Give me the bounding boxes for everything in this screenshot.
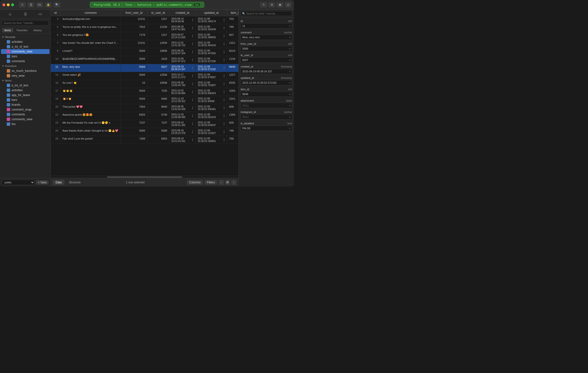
table-row[interactable]: 14Great video! 🎉5569125662015-10-17 16:5… [51, 72, 238, 80]
tab-history[interactable]: History [31, 28, 44, 33]
cell-arrow-down[interactable]: ▼ [192, 84, 193, 86]
sidebar-item-activities-recent[interactable]: activities [1, 39, 50, 44]
cell-arrow-down[interactable]: ▼ [192, 140, 193, 142]
table-row[interactable]: 23Me too Fernanda! It's cute isn't it 😁😘… [51, 120, 238, 128]
cell-arrow-down[interactable]: ▼ [223, 132, 225, 134]
cell-arrow-down[interactable]: ▼ [223, 92, 225, 94]
filters-button[interactable]: Filters [204, 180, 217, 185]
section-items[interactable]: ▼ Items [0, 78, 51, 83]
chevron-down-icon[interactable]: ▾ [289, 116, 290, 118]
tab-items[interactable]: Items [2, 28, 13, 33]
field-value-row[interactable]: 2015-09-19 08:38:24.337▾ [241, 69, 292, 74]
chevron-down-icon[interactable]: ▾ [289, 127, 290, 130]
close-button[interactable] [2, 3, 5, 6]
cell-arrow-down[interactable]: ▼ [192, 52, 193, 54]
cell-arrow-down[interactable]: ▼ [223, 60, 225, 62]
cell-arrow-down[interactable]: ▼ [223, 44, 225, 46]
cell-arrow-down[interactable]: ▼ [192, 20, 193, 22]
sidebar-item-alotoftext[interactable]: a_lot_of_text [1, 83, 50, 88]
cell-arrow-down[interactable]: ▼ [223, 84, 225, 86]
cell-arrow-down[interactable]: ▼ [192, 108, 193, 110]
chevron-down-icon[interactable]: ▾ [289, 70, 290, 73]
cell-arrow-down[interactable]: ▼ [192, 76, 193, 78]
cell-arrow-down[interactable]: ▼ [192, 100, 193, 102]
refresh-icon[interactable]: ↻ [260, 2, 267, 8]
field-value-row[interactable]: 2015-12-08 15:30:52.572182▾ [241, 80, 292, 85]
sidebar-sql-icon[interactable]: SQL [37, 12, 44, 17]
cell-arrow-down[interactable]: ▼ [223, 100, 225, 102]
sidebar-db-icon[interactable]: 🗄 [22, 12, 29, 17]
sidebar-item-verywow[interactable]: very_wow [1, 73, 50, 78]
cell-arrow-down[interactable]: ▼ [192, 68, 193, 70]
cell-arrow-down[interactable]: ▼ [192, 44, 193, 46]
table-row[interactable]: 20That jacket 💖💖736499402015-08-05 13:42… [51, 104, 238, 112]
tab-favorites[interactable]: Favorites [14, 28, 30, 33]
scrollbar-thumb[interactable] [107, 176, 182, 178]
table-row[interactable]: 19💥✳💥556956652015-11-24 10:12:39.322▲▼20… [51, 96, 238, 104]
chevron-down-icon[interactable]: ▾ [289, 47, 290, 50]
sidebar-item-comments-view-recent[interactable]: comments_view [1, 49, 50, 54]
right-search-input[interactable] [241, 11, 292, 16]
cell-arrow-down[interactable]: ▼ [223, 116, 225, 118]
table-row[interactable]: 6You are gorgeous !!😍717813172015-09-07 … [51, 32, 238, 40]
chevron-down-icon[interactable]: ▾ [289, 104, 290, 107]
sql-icon[interactable]: SQL [36, 2, 43, 8]
field-value-row[interactable]: 11▾ [241, 23, 292, 29]
cell-arrow-down[interactable]: ▼ [192, 124, 193, 126]
cell-arrow-down[interactable]: ▼ [192, 36, 193, 38]
chevron-down-icon[interactable]: ▾ [289, 25, 290, 27]
panel-icon[interactable]: ▣ [277, 2, 283, 8]
minimize-button[interactable] [7, 3, 10, 6]
schema-select[interactable]: public [2, 180, 34, 185]
section-functions[interactable]: ▼ Functions [0, 64, 51, 68]
cell-arrow-down[interactable]: ▼ [192, 28, 193, 30]
network-icon[interactable]: ⊙ [19, 2, 26, 8]
field-value-row[interactable]: Nice, very nice▾ [241, 35, 292, 40]
field-value-row[interactable]: NULL▾ [241, 103, 292, 108]
cell-arrow-down[interactable]: ▼ [223, 124, 225, 126]
tab-data[interactable]: Data [53, 180, 64, 185]
sidebar-item-bars-recent[interactable]: bars [1, 54, 50, 59]
sidebar-search-input[interactable] [2, 21, 49, 25]
table-row[interactable]: 16So cool ! 👏10105682015-08-28 13:05:44.… [51, 80, 238, 88]
columns-button[interactable]: Columns [187, 180, 203, 185]
table-row[interactable]: 5You're so pretty, this is a nice ni gor… [51, 24, 238, 32]
sidebar-icon[interactable]: ◫ [285, 2, 292, 8]
tab-structure[interactable]: Structure [66, 180, 84, 185]
sidebar-item-commentsview[interactable]: comments_view [1, 117, 50, 122]
table-wrapper[interactable]: id comment from_user_id to_user_id creat… [51, 10, 238, 176]
add-table-button[interactable]: + Table [36, 180, 49, 185]
cell-arrow-down[interactable]: ▼ [223, 20, 225, 22]
cell-arrow-down[interactable]: ▼ [192, 116, 193, 118]
field-value-row[interactable]: 5027▾ [241, 57, 292, 63]
table-row[interactable]: 26Fab shot! Love the jacket!730869532015… [51, 136, 238, 144]
sidebar-item-bars[interactable]: bars [1, 98, 50, 102]
cell-arrow-down[interactable]: ▼ [223, 140, 225, 142]
field-value-row[interactable]: NULL▾ [241, 114, 292, 120]
sidebar-item-foo[interactable]: foo [1, 122, 50, 127]
prev-button[interactable]: ‹ [219, 180, 224, 185]
sidebar-item-somuchfunctions[interactable]: so_much_functions [1, 68, 50, 73]
chevron-down-icon[interactable]: ▾ [289, 93, 290, 96]
table-row[interactable]: 11Nice, very nice556950272015-09-19 08:3… [51, 64, 238, 72]
sidebar-item-commentsnap[interactable]: comment_snap [1, 107, 50, 112]
chevron-down-icon[interactable]: ▾ [289, 82, 290, 84]
maximize-button[interactable] [11, 3, 14, 6]
section-recently[interactable]: ▼ Recently [0, 35, 51, 39]
scrollbar-area[interactable] [51, 176, 238, 178]
table-row[interactable]: 8Lovely!!!5569108062015-08-26 18:28:47.2… [51, 48, 238, 56]
table-row[interactable]: 10$2a$10$HZLN88PNuWWi4ZuS91Ib8dR98Ijt0kb… [51, 56, 238, 64]
chevron-down-icon[interactable]: ▾ [289, 36, 290, 39]
sidebar-item-alotoftext-recent[interactable]: a_lot_of_text [1, 44, 50, 49]
table-row[interactable]: 22Awesome jacket 😍😍😍830357302015-11-03 1… [51, 112, 238, 120]
cell-arrow-down[interactable]: ▼ [223, 108, 225, 110]
sidebar-item-brands[interactable]: brands [1, 102, 50, 107]
sidebar-item-activities[interactable]: activities [1, 88, 50, 93]
cell-arrow-down[interactable]: ▼ [192, 92, 193, 94]
lock-icon[interactable]: 🔒 [45, 2, 52, 8]
sidebar-item-comments[interactable]: comments [1, 112, 50, 117]
table-row[interactable]: 3duchuykun@gmail.com1214113172015-08-14 … [51, 16, 238, 24]
search-icon[interactable]: 🔍 [54, 2, 60, 8]
cell-arrow-down[interactable]: ▼ [223, 36, 225, 38]
traffic-lights[interactable] [2, 3, 14, 6]
